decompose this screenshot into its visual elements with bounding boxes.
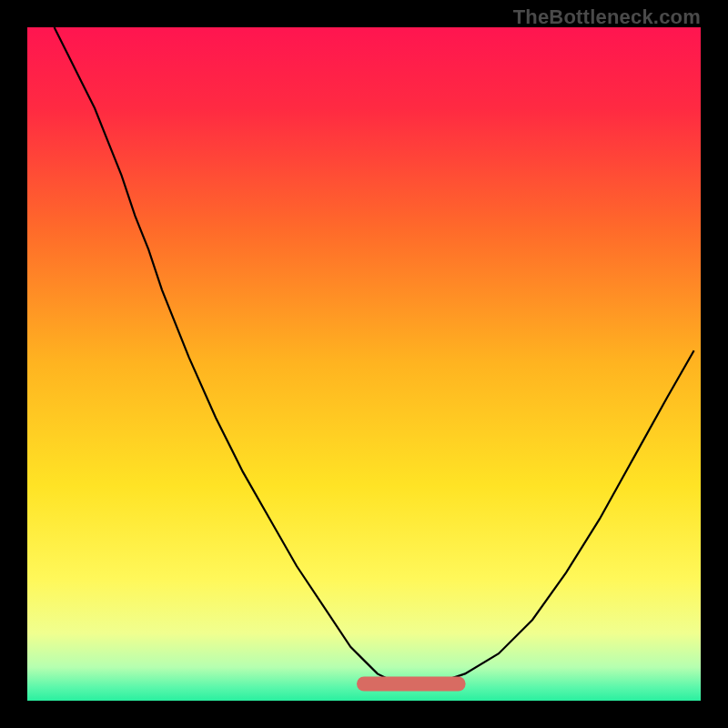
- chart-svg: [27, 27, 701, 701]
- plot-area: [27, 27, 701, 701]
- gradient-background: [27, 27, 701, 701]
- watermark-text: TheBottleneck.com: [513, 5, 701, 29]
- chart-frame: TheBottleneck.com: [0, 0, 728, 728]
